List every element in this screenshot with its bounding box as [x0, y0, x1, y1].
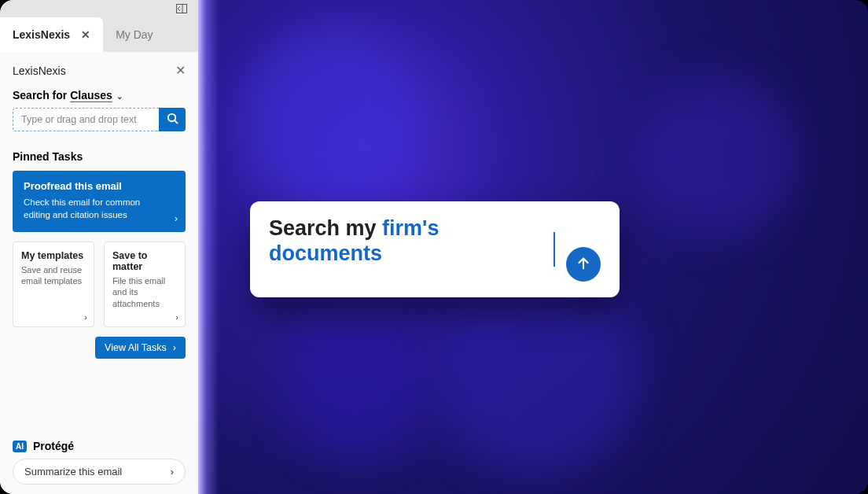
chevron-right-icon: ›	[173, 342, 176, 353]
view-all-row: View All Tasks ›	[13, 337, 186, 359]
card-desc: Save and reuse email templates	[21, 264, 86, 287]
chevron-right-icon: ›	[175, 312, 178, 322]
tab-label: LexisNexis	[13, 28, 70, 41]
search-label: Search for Clauses ⌄	[13, 89, 186, 101]
summarize-label: Summarize this email	[24, 466, 122, 477]
svg-line-3	[175, 120, 178, 124]
pinned-task-proofread[interactable]: Proofread this email Check this email fo…	[13, 171, 186, 232]
view-all-label: View All Tasks	[105, 342, 167, 353]
card-title: My templates	[21, 250, 86, 261]
card-save-to-matter[interactable]: Save to matter File this email and its a…	[104, 241, 186, 327]
search-button[interactable]	[159, 108, 186, 131]
left-glow	[198, 0, 219, 494]
card-my-templates[interactable]: My templates Save and reuse email templa…	[13, 241, 94, 327]
search-row	[13, 108, 186, 131]
svg-rect-1	[182, 5, 187, 13]
svg-point-2	[167, 114, 175, 121]
app-frame: LexisNexis ✕ My Day LexisNexis ✕ Search …	[0, 0, 868, 494]
bokeh-blob	[245, 31, 418, 205]
submit-button[interactable]	[566, 247, 601, 282]
search-icon	[167, 112, 178, 127]
card-title: Save to matter	[112, 250, 177, 272]
bokeh-blob	[434, 267, 638, 472]
sidebar-topbar	[0, 0, 198, 17]
mini-cards-row: My templates Save and reuse email templa…	[13, 241, 186, 327]
main-hero: Search my firm's documents	[198, 0, 868, 494]
close-icon[interactable]: ✕	[175, 63, 186, 78]
card-desc: File this email and its attachments	[112, 275, 177, 309]
summarize-email-button[interactable]: Summarize this email ›	[13, 459, 186, 485]
chevron-right-icon: ›	[84, 312, 87, 322]
protege-label: Protégé	[33, 440, 74, 452]
pinned-tasks-title: Pinned Tasks	[13, 150, 186, 163]
hero-prefix: Search my	[269, 216, 382, 240]
search-label-prefix: Search for	[13, 89, 70, 101]
search-input[interactable]	[13, 108, 159, 131]
text-cursor	[554, 232, 555, 267]
view-all-tasks-button[interactable]: View All Tasks ›	[95, 337, 186, 359]
close-icon[interactable]: ✕	[81, 28, 90, 41]
arrow-up-icon	[575, 254, 592, 275]
panel-body: LexisNexis ✕ Search for Clauses ⌄ Pinned…	[0, 52, 198, 494]
pinned-task-title: Proofread this email	[24, 180, 175, 192]
bokeh-blob	[285, 315, 426, 456]
sidebar: LexisNexis ✕ My Day LexisNexis ✕ Search …	[0, 0, 198, 494]
chevron-down-icon[interactable]: ⌄	[114, 92, 123, 101]
ai-badge: AI	[13, 441, 27, 452]
protege-header: AI Protégé	[13, 440, 186, 452]
popout-icon[interactable]	[176, 2, 187, 12]
pinned-task-desc: Check this email for common editing and …	[24, 197, 175, 221]
panel-header: LexisNexis ✕	[13, 63, 186, 78]
chevron-right-icon: ›	[171, 466, 174, 477]
chevron-right-icon: ›	[175, 213, 178, 224]
search-target-dropdown[interactable]: Clauses	[70, 89, 112, 101]
hero-text: Search my firm's documents	[269, 216, 539, 267]
panel-title: LexisNexis	[13, 65, 66, 77]
bokeh-blob	[638, 79, 796, 236]
tab-label: My Day	[116, 28, 153, 41]
tab-lexisnexis[interactable]: LexisNexis ✕	[0, 17, 103, 52]
hero-search-card[interactable]: Search my firm's documents	[250, 201, 620, 297]
tab-my-day[interactable]: My Day	[103, 17, 165, 52]
tabs-row: LexisNexis ✕ My Day	[0, 17, 198, 52]
